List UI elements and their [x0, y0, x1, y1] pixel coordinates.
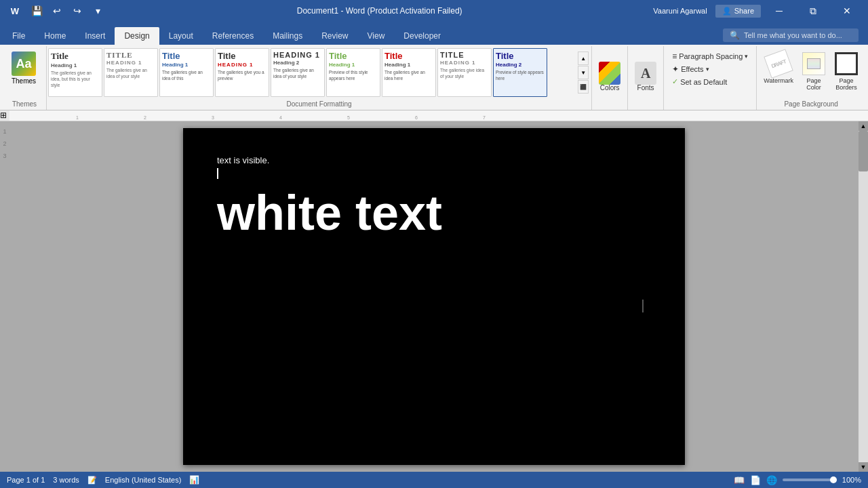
effects-group: ≡ Paragraph Spacing ▾ ✦ Effects ▾ ✓ Set … [664, 46, 757, 110]
paragraph-spacing-label: Paragraph Spacing [679, 52, 743, 60]
share-button[interactable]: 👤 Share [715, 5, 761, 18]
fonts-icon: A [635, 62, 656, 84]
customize-quick-access-button[interactable]: ▾ [90, 3, 106, 19]
style-preview-heading: Heading 1 [51, 62, 100, 68]
style-gallery: Title Heading 1 The galleries give an id… [48, 48, 576, 97]
small-text[interactable]: text is visible. [217, 155, 651, 165]
document-page[interactable]: text is visible. white text | [183, 128, 685, 465]
svg-text:6: 6 [415, 115, 418, 120]
small-text-span: text is visible. [217, 155, 269, 165]
web-layout-icon[interactable]: 🌐 [766, 475, 777, 485]
right-scrollbar[interactable]: ▲ ▼ [859, 121, 868, 472]
restore-button[interactable]: ⧉ [797, 0, 829, 22]
read-mode-icon[interactable]: 📖 [734, 475, 745, 485]
style-preview-heading: HEADING 1 [218, 62, 267, 68]
style-preview-body: The galleries give you a preview [218, 69, 267, 81]
style-item[interactable]: Title Heading 1 The galleries give an id… [159, 48, 214, 97]
effects-label: Effects [681, 65, 703, 73]
style-preview-body: The galleries give an idea of your style [273, 67, 322, 79]
close-button[interactable]: ✕ [831, 0, 863, 22]
tab-references[interactable]: References [203, 27, 263, 45]
watermark-button[interactable]: DRAFT Watermark [761, 49, 796, 87]
ruler: ⊞ 1 2 3 4 5 6 7 [0, 110, 868, 121]
document-area[interactable]: text is visible. white text | [9, 121, 859, 472]
paragraph-spacing-button[interactable]: ≡ Paragraph Spacing ▾ [668, 50, 752, 62]
style-item[interactable]: TITLE HEADING 1 The galleries give idea … [437, 48, 492, 97]
status-left: Page 1 of 1 3 words 📝 English (United St… [7, 475, 199, 485]
style-preview-title: Title [329, 51, 378, 61]
style-preview-title: Title [51, 51, 100, 62]
track-changes-icon[interactable]: 📊 [189, 475, 199, 485]
tab-design[interactable]: Design [115, 27, 159, 45]
gallery-more[interactable]: ⬛ [578, 80, 589, 94]
gallery-scroll-up[interactable]: ▲ [578, 52, 589, 65]
style-gallery-container: Title Heading 1 The galleries give an id… [47, 46, 591, 99]
gallery-scroll-down[interactable]: ▼ [578, 66, 589, 79]
style-preview-heading: Heading 1 [384, 62, 433, 68]
redo-button[interactable]: ↪ [69, 3, 85, 19]
tell-me-search[interactable]: 🔍 Tell me what you want to do... [723, 28, 859, 42]
themes-button[interactable]: Aa Themes [7, 49, 41, 87]
style-item-active[interactable]: Title Heading 2 Preview of style appears… [493, 48, 547, 97]
tab-file[interactable]: File [3, 27, 35, 45]
style-preview-title: Title [496, 51, 545, 61]
scroll-down-button[interactable]: ▼ [859, 462, 868, 472]
style-item[interactable]: Title Heading 1 Preview of this style ap… [326, 48, 380, 97]
effects-icon: ✦ [672, 64, 679, 74]
style-preview-heading: HEADING 1 [106, 60, 155, 66]
window-controls: Vaaruni Agarwal 👤 Share ─ ⧉ ✕ [653, 0, 863, 22]
fonts-button[interactable]: A Fonts [632, 61, 659, 93]
status-right: 📖 📄 🌐 100% [734, 475, 861, 485]
tab-home[interactable]: Home [35, 27, 75, 45]
i-beam-cursor: | [642, 297, 644, 312]
main-area: 1 2 3 text is visible. white text | ▲ ▼ [0, 121, 868, 472]
quick-access-toolbar: W 💾 ↩ ↪ ▾ [5, 1, 106, 20]
page-borders-button[interactable]: PageBorders [831, 49, 861, 94]
spell-check-icon[interactable]: 📝 [87, 476, 97, 485]
tab-mailings[interactable]: Mailings [263, 27, 312, 45]
document-formatting-label: Document Formatting [47, 99, 591, 110]
style-preview-heading: Heading 2 [273, 60, 322, 66]
status-bar: Page 1 of 1 3 words 📝 English (United St… [0, 472, 868, 488]
colors-button[interactable]: Colors [596, 61, 623, 93]
page-color-icon [802, 52, 826, 76]
style-preview-body: Preview of this style appears here [329, 69, 378, 81]
save-quick-button[interactable]: 💾 [28, 3, 45, 19]
scroll-up-button[interactable]: ▲ [859, 121, 868, 131]
zoom-slider[interactable] [783, 479, 837, 481]
style-item[interactable]: Title Heading 1 The galleries give an id… [382, 48, 436, 97]
tab-layout[interactable]: Layout [159, 27, 203, 45]
margin-num-2: 2 [3, 140, 6, 147]
scroll-track[interactable] [859, 131, 868, 462]
svg-text:2: 2 [144, 115, 146, 120]
print-layout-icon[interactable]: 📄 [750, 475, 761, 485]
style-preview-title: TITLE [106, 51, 155, 59]
style-item[interactable]: Title Heading 1 The galleries give an id… [48, 48, 102, 97]
tab-insert[interactable]: Insert [75, 27, 115, 45]
tab-developer[interactable]: Developer [394, 27, 450, 45]
language[interactable]: English (United States) [105, 476, 182, 484]
tab-view[interactable]: View [358, 27, 395, 45]
style-preview-heading: Heading 1 [329, 62, 378, 68]
minimize-button[interactable]: ─ [764, 0, 795, 22]
tab-review[interactable]: Review [312, 27, 357, 45]
large-text[interactable]: white text [217, 186, 651, 240]
style-item[interactable]: Title HEADING 1 The galleries give you a… [215, 48, 269, 97]
zoom-level[interactable]: 100% [842, 476, 861, 484]
fonts-group-content: A Fonts [632, 46, 659, 106]
zoom-thumb[interactable] [830, 476, 837, 483]
page-background-label: Page Background [761, 99, 861, 110]
colors-group-footer [596, 106, 623, 110]
scroll-thumb[interactable] [859, 131, 868, 171]
undo-button[interactable]: ↩ [49, 3, 65, 19]
ruler-left-corner[interactable]: ⊞ [0, 110, 9, 121]
style-item[interactable]: TITLE HEADING 1 The galleries give an id… [104, 48, 158, 97]
page-color-button[interactable]: PageColor [799, 49, 829, 94]
themes-group-content: Aa Themes [7, 46, 42, 99]
page-color-label: PageColor [806, 77, 821, 91]
style-item[interactable]: HEADING 1 Heading 2 The galleries give a… [271, 48, 325, 97]
page-info: Page 1 of 1 [7, 476, 45, 484]
set-as-default-button[interactable]: ✓ Set as Default [668, 76, 731, 87]
watermark-label: Watermark [764, 77, 793, 84]
effects-button[interactable]: ✦ Effects ▾ [668, 63, 713, 75]
